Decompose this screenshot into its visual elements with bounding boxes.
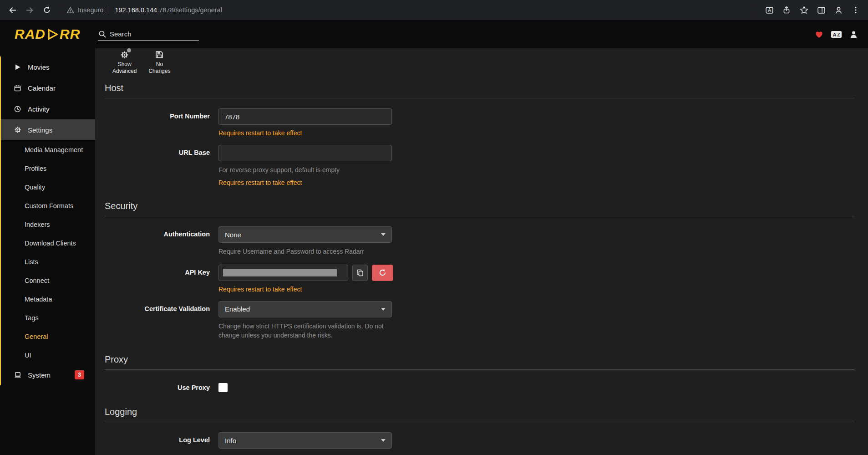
sub-item-label: Profiles <box>25 165 46 172</box>
regenerate-api-key-button[interactable] <box>372 265 393 281</box>
sidebar-item-settings[interactable]: Settings <box>1 119 95 140</box>
sidebar-item-label: Settings <box>28 126 95 134</box>
sidebar-item-label: System <box>28 371 68 379</box>
sidebar-item-metadata[interactable]: Metadata <box>1 290 95 308</box>
use-proxy-row: Use Proxy <box>105 380 854 392</box>
search-icon <box>99 31 106 38</box>
browser-profile-button[interactable] <box>831 2 846 18</box>
section-security: Security Authentication None Require Use… <box>105 201 854 340</box>
chevron-down-icon <box>381 439 386 442</box>
use-proxy-checkbox[interactable] <box>218 383 228 392</box>
browser-forward-button[interactable] <box>22 2 37 18</box>
url-base-restart-warning: Requires restart to take effect <box>218 179 854 186</box>
security-label: Inseguro <box>78 6 103 14</box>
laptop-icon <box>14 372 21 378</box>
sidebar-item-lists[interactable]: Lists <box>1 252 95 271</box>
sidebar-item-download-clients[interactable]: Download Clients <box>1 234 95 252</box>
radarr-logo[interactable]: RAD RR <box>15 27 80 41</box>
sidebar-item-custom-formats[interactable]: Custom Formats <box>1 196 95 215</box>
authentication-select[interactable]: None <box>218 226 392 243</box>
url-base-input[interactable] <box>218 145 392 161</box>
browser-bookmark-button[interactable] <box>796 2 812 18</box>
logo-text-left: RAD <box>15 27 46 41</box>
copy-api-key-button[interactable] <box>352 265 368 281</box>
url-base-help: For reverse proxy support, default is em… <box>218 165 394 174</box>
section-title-security: Security <box>105 201 854 216</box>
sidebar-item-tags[interactable]: Tags <box>1 308 95 327</box>
sidebar-item-movies[interactable]: Movies <box>1 56 95 77</box>
port-restart-warning: Requires restart to take effect <box>218 129 854 137</box>
url-text: 192.168.0.144:7878/settings/general <box>115 6 222 14</box>
show-advanced-label-2: Advanced <box>112 68 137 74</box>
translate-page-button[interactable]: AZ <box>831 30 842 39</box>
browser-menu-button[interactable] <box>848 2 863 18</box>
api-key-restart-warning: Requires restart to take effect <box>218 286 854 293</box>
user-icon <box>849 30 858 39</box>
port-number-input[interactable] <box>218 108 392 125</box>
svg-text:A: A <box>833 31 837 37</box>
sidebar-item-ui[interactable]: UI <box>1 346 95 364</box>
sub-item-label: UI <box>25 352 31 359</box>
heart-icon <box>815 31 823 38</box>
sidebar-item-profiles[interactable]: Profiles <box>1 159 95 178</box>
log-level-value: Info <box>225 437 236 445</box>
browser-split-view-button[interactable] <box>813 2 829 18</box>
advanced-gear-icon <box>120 50 129 60</box>
log-level-select[interactable]: Info <box>218 432 392 449</box>
show-advanced-button[interactable]: Show Advanced <box>109 48 140 76</box>
profile-avatar-icon <box>834 6 843 15</box>
port-number-label: Port Number <box>105 108 218 137</box>
search-input[interactable] <box>110 30 187 38</box>
sub-item-label: Tags <box>25 314 39 322</box>
use-proxy-label: Use Proxy <box>105 380 218 392</box>
sidebar-item-connect[interactable]: Connect <box>1 271 95 290</box>
address-divider <box>109 6 109 14</box>
sub-item-label: Download Clients <box>25 240 76 247</box>
browser-share-button[interactable] <box>779 2 794 18</box>
play-icon <box>14 64 21 71</box>
sidebar-item-quality[interactable]: Quality <box>1 178 95 196</box>
url-base-label: URL Base <box>105 145 218 186</box>
kebab-menu-icon <box>852 6 860 14</box>
sub-item-label: Metadata <box>25 296 52 303</box>
not-secure-icon <box>66 6 74 14</box>
authentication-help: Require Username and Password to access … <box>218 247 394 256</box>
sub-item-label: Indexers <box>25 221 50 228</box>
star-icon <box>800 6 808 15</box>
sub-item-label: Custom Formats <box>25 202 73 210</box>
certificate-validation-label: Certificate Validation <box>105 301 218 340</box>
section-title-proxy: Proxy <box>105 354 854 370</box>
sub-item-label: Connect <box>25 277 49 284</box>
browser-reload-button[interactable] <box>39 2 55 18</box>
svg-text:A: A <box>768 7 771 12</box>
logo-text-right: RR <box>60 27 80 41</box>
page-toolbar: Show Advanced No Changes <box>95 48 868 76</box>
certificate-validation-help: Change how strict HTTPS certification va… <box>218 322 394 340</box>
browser-back-button[interactable] <box>5 2 20 18</box>
sidebar-item-general[interactable]: General <box>1 327 95 346</box>
save-changes-button[interactable]: No Changes <box>145 48 174 76</box>
api-key-input[interactable] <box>218 265 348 281</box>
certificate-validation-select[interactable]: Enabled <box>218 301 392 317</box>
sub-item-label: General <box>25 333 48 340</box>
sidebar-item-label: Calendar <box>28 84 95 92</box>
donate-button[interactable] <box>815 31 823 38</box>
certificate-validation-value: Enabled <box>225 305 250 313</box>
sidebar-item-indexers[interactable]: Indexers <box>1 215 95 234</box>
section-title-host: Host <box>105 83 854 98</box>
show-advanced-label-1: Show <box>112 61 137 67</box>
sidebar-item-system[interactable]: System 3 <box>1 364 95 385</box>
section-proxy: Proxy Use Proxy <box>105 354 854 392</box>
sidebar-item-calendar[interactable]: Calendar <box>1 77 95 98</box>
user-menu-button[interactable] <box>849 30 858 39</box>
split-view-icon <box>817 6 826 15</box>
address-bar[interactable]: Inseguro 192.168.0.144:7878/settings/gen… <box>60 3 756 17</box>
calendar-icon <box>14 85 21 92</box>
sidebar-item-activity[interactable]: Activity <box>1 98 95 119</box>
browser-chrome: Inseguro 192.168.0.144:7878/settings/gen… <box>0 0 868 20</box>
browser-translate-button[interactable]: A <box>761 2 777 18</box>
sidebar-item-media-management[interactable]: Media Management <box>1 140 95 159</box>
clock-icon <box>14 106 21 112</box>
refresh-icon <box>379 269 386 276</box>
sidebar: Movies Calendar Activity Settings Media … <box>0 48 95 455</box>
